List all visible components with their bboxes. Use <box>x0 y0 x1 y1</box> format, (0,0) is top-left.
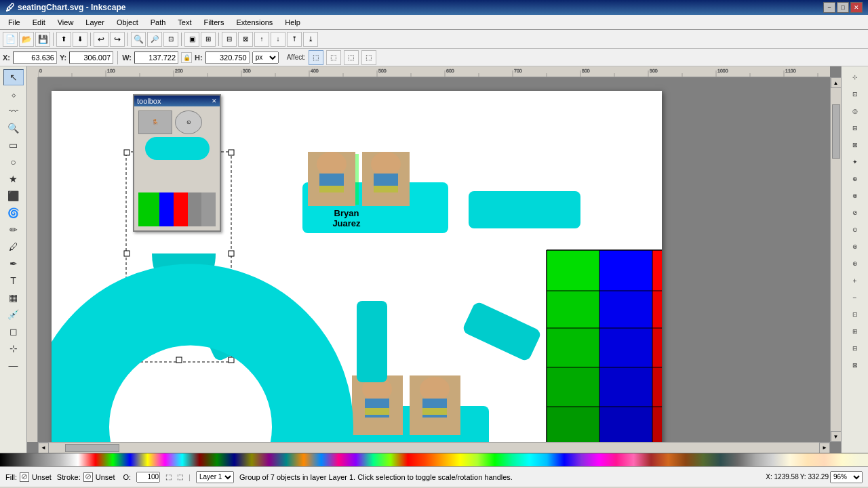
h-input[interactable] <box>205 52 250 64</box>
snap-btn8[interactable]: ⊗ <box>845 188 865 204</box>
minimize-button[interactable]: − <box>823 2 835 13</box>
scroll-right-button[interactable]: ► <box>819 443 830 453</box>
color-bar-green[interactable] <box>138 192 159 226</box>
color-bar-red[interactable] <box>174 192 188 226</box>
snap-btn17[interactable]: ⊟ <box>845 340 865 357</box>
zoom-out-right[interactable]: − <box>845 289 865 306</box>
affect-btn3[interactable]: ⬚ <box>344 50 359 65</box>
menu-file[interactable]: File <box>3 17 26 28</box>
snap-btn5[interactable]: ⊠ <box>845 137 865 153</box>
menu-view[interactable]: View <box>52 17 79 28</box>
snap-btn10[interactable]: ⊙ <box>845 222 865 238</box>
y-input[interactable] <box>69 52 113 64</box>
menu-edit[interactable]: Edit <box>27 17 51 28</box>
raise-button[interactable]: ↑ <box>254 32 269 47</box>
group-button[interactable]: ▣ <box>184 32 199 47</box>
pencil-tool[interactable]: ✏ <box>3 222 24 238</box>
align-button[interactable]: ⊟ <box>222 32 237 47</box>
ungroup-button[interactable]: ⊞ <box>201 32 216 47</box>
menu-layer[interactable]: Layer <box>80 17 110 28</box>
menu-help[interactable]: Help <box>279 17 306 28</box>
affect-btn1[interactable]: ⬚ <box>309 50 323 65</box>
close-button[interactable]: ✕ <box>850 2 863 13</box>
star-tool[interactable]: ★ <box>3 171 24 187</box>
color-bar-blue[interactable] <box>159 192 174 226</box>
snap-btn9[interactable]: ⊘ <box>845 205 865 221</box>
snap-btn6[interactable]: ✦ <box>845 154 865 170</box>
zoom-out-button[interactable]: 🔎 <box>147 32 162 47</box>
zoom-in-right[interactable]: + <box>845 272 865 289</box>
rect-tool[interactable]: ▭ <box>3 137 24 153</box>
export-button[interactable]: ⬆ <box>56 32 71 47</box>
snap-btn18[interactable]: ⊠ <box>845 357 865 373</box>
fill-color-box[interactable]: ⊘ <box>20 472 29 482</box>
zoom-in-button[interactable]: 🔍 <box>131 32 146 47</box>
toolbox-close[interactable]: ✕ <box>212 98 217 104</box>
distribute-button[interactable]: ⊠ <box>238 32 253 47</box>
menu-path[interactable]: Path <box>145 17 172 28</box>
open-button[interactable]: 📂 <box>19 32 34 47</box>
stroke-color-box[interactable]: ⊘ <box>83 472 93 482</box>
w-input[interactable] <box>134 52 178 64</box>
snap-btn11[interactable]: ⊚ <box>845 239 865 255</box>
text-tool[interactable]: T <box>3 272 24 289</box>
zoom-select[interactable]: 96% 50% 75% 100% 150% <box>830 471 863 483</box>
zoom-tool[interactable]: 🔍 <box>3 120 24 136</box>
affect-btn2[interactable]: ⬚ <box>326 50 341 65</box>
spiral-tool[interactable]: 🌀 <box>3 205 24 221</box>
scroll-down-button[interactable]: ▼ <box>831 431 842 442</box>
redo-button[interactable]: ↪ <box>110 32 125 47</box>
lock-ratio-button[interactable]: 🔒 <box>181 52 192 63</box>
menu-text[interactable]: Text <box>172 17 197 28</box>
snap-btn15[interactable]: ⊡ <box>845 306 865 323</box>
eraser-tool[interactable]: ◻ <box>3 323 24 340</box>
affect-btn4[interactable]: ⬚ <box>361 50 376 65</box>
eyedropper-tool[interactable]: 💉 <box>3 306 24 323</box>
zoom-fit-button[interactable]: ⊡ <box>163 32 178 47</box>
calligraphy-tool[interactable]: ✒ <box>3 256 24 272</box>
toolbox-desk-preview[interactable]: 🪑 <box>138 110 172 134</box>
menu-filters[interactable]: Filters <box>199 17 230 28</box>
raise-top-button[interactable]: ⤒ <box>287 32 302 47</box>
snap-btn1[interactable]: ⊹ <box>845 69 865 85</box>
undo-button[interactable]: ↩ <box>94 32 108 47</box>
3d-box-tool[interactable]: ⬛ <box>3 188 24 204</box>
menu-extensions[interactable]: Extensions <box>231 17 278 28</box>
scroll-thumb-v[interactable] <box>832 104 840 159</box>
scroll-up-button[interactable]: ▲ <box>831 77 842 88</box>
canvas-scroll[interactable]: Bryan Juarez <box>38 77 830 442</box>
tweak-tool[interactable]: 〰 <box>3 103 24 119</box>
scroll-thumb-h[interactable] <box>65 444 119 452</box>
lower-bottom-button[interactable]: ⤓ <box>303 32 318 47</box>
color-palette-strip[interactable] <box>0 453 868 466</box>
select-tool[interactable]: ↖ <box>3 69 24 85</box>
toolbox-chair-preview[interactable]: ⊙ <box>175 110 202 134</box>
snap-btn7[interactable]: ⊕ <box>845 171 865 187</box>
pen-tool[interactable]: 🖊 <box>3 239 24 255</box>
menu-object[interactable]: Object <box>111 17 144 28</box>
node-tool[interactable]: ⬦ <box>3 86 24 102</box>
unit-select[interactable]: px mm cm in <box>252 52 279 64</box>
save-button[interactable]: 💾 <box>35 32 50 47</box>
circle-tool[interactable]: ○ <box>3 154 24 170</box>
toolbox-shape-bowl[interactable] <box>145 163 210 190</box>
snap-btn16[interactable]: ⊞ <box>845 323 865 340</box>
toolbox-shape-cyan[interactable] <box>145 137 210 160</box>
layer-select[interactable]: Layer 1 <box>196 471 234 483</box>
snap-btn2[interactable]: ⊡ <box>845 86 865 102</box>
x-input[interactable] <box>13 52 57 64</box>
color-bar-gray2[interactable] <box>201 192 216 226</box>
import-button[interactable]: ⬇ <box>73 32 87 47</box>
lower-button[interactable]: ↓ <box>271 32 285 47</box>
maximize-button[interactable]: □ <box>837 2 849 13</box>
spray-tool[interactable]: ⊹ <box>3 340 24 357</box>
gradient-tool[interactable]: ▦ <box>3 289 24 306</box>
toolbox-title-bar[interactable]: toolbox ✕ <box>134 96 220 106</box>
color-bar-gray1[interactable] <box>188 192 202 226</box>
opacity-input[interactable] <box>136 472 160 483</box>
connector-tool[interactable]: — <box>3 357 24 373</box>
new-button[interactable]: 📄 <box>3 32 18 47</box>
snap-btn3[interactable]: ◎ <box>845 103 865 119</box>
snap-btn4[interactable]: ⊟ <box>845 120 865 136</box>
scroll-left-button[interactable]: ◄ <box>38 443 49 453</box>
